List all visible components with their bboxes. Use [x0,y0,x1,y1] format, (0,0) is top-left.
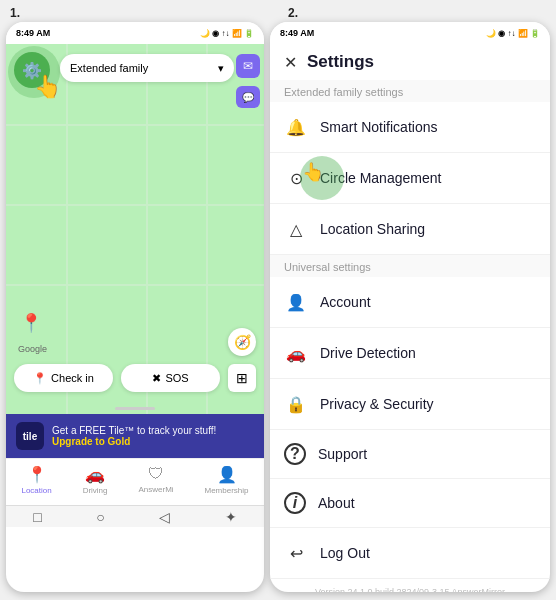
compass-button[interactable]: 🧭 [228,328,256,356]
sys-circle-1[interactable]: ○ [96,509,104,525]
privacy-security-label: Privacy & Security [320,396,536,412]
sos-icon: ✖ [152,372,161,385]
logout-label: Log Out [320,545,536,561]
membership-icon: 👤 [217,465,237,484]
map-area: ⚙️ Extended family ▾ ✉ 💬 👆 📍 Google 🧭 [6,44,264,414]
driving-icon: 🚗 [85,465,105,484]
time-1: 8:49 AM [16,28,50,38]
dropdown-arrow: ▾ [218,62,224,75]
layers-button[interactable]: ⊞ [228,364,256,392]
account-icon: 👤 [284,290,308,314]
support-icon: ? [284,443,306,465]
promo-text: Get a FREE Tile™ to track your stuff! Up… [52,425,254,447]
drive-detection-icon: 🚗 [284,341,308,365]
family-label: Extended family [70,62,148,74]
bottom-nav: 📍 Location 🚗 Driving 🛡 AnswerMi 👤 Member… [6,458,264,505]
family-dropdown[interactable]: Extended family ▾ [60,54,234,82]
about-label: About [318,495,536,511]
answermirror-icon: 🛡 [148,465,164,483]
circle-management-label: Circle Management [320,170,536,186]
time-2: 8:49 AM [280,28,314,38]
location-sharing-item[interactable]: △ Location Sharing [270,204,550,255]
support-label: Support [318,446,536,462]
notification-icon: 🔔 [284,115,308,139]
step-label-2: 2. [288,6,546,20]
settings-header: ✕ Settings [270,44,550,80]
privacy-security-item[interactable]: 🔒 Privacy & Security [270,379,550,430]
sos-button[interactable]: ✖ SOS [121,364,220,392]
nav-driving[interactable]: 🚗 Driving [83,465,108,495]
step-label-1: 1. [10,6,288,20]
gear-button[interactable]: ⚙️ [14,52,50,88]
sys-extra-1[interactable]: ✦ [225,509,237,525]
about-item[interactable]: i About [270,479,550,528]
circle-management-item[interactable]: ⊙ Circle Management 👆 [270,153,550,204]
privacy-icon: 🔒 [284,392,308,416]
location-share-icon: △ [284,217,308,241]
account-label: Account [320,294,536,310]
google-label: Google [18,344,47,354]
sys-square-1[interactable]: □ [33,509,41,525]
nav-location-label: Location [21,486,51,495]
map-pin: 📍 [20,312,42,334]
settings-title: Settings [307,52,374,72]
promo-line2: Upgrade to Gold [52,436,254,447]
message-icon[interactable]: ✉ [236,54,260,78]
status-bar-1: 8:49 AM 🌙 ◉ ↑↓ 📶 🔋 [6,22,264,44]
support-item[interactable]: ? Support [270,430,550,479]
cursor-hand-2: 👆 [302,161,324,183]
checkin-label: Check in [51,372,94,384]
account-item[interactable]: 👤 Account [270,277,550,328]
checkin-icon: 📍 [33,372,47,385]
system-bar-1: □ ○ ◁ ✦ [6,505,264,527]
checkin-button[interactable]: 📍 Check in [14,364,113,392]
family-section-header: Extended family settings [270,80,550,102]
drive-detection-item[interactable]: 🚗 Drive Detection [270,328,550,379]
smart-notifications-label: Smart Notifications [320,119,536,135]
smart-notifications-item[interactable]: 🔔 Smart Notifications [270,102,550,153]
promo-banner: tile Get a FREE Tile™ to track your stuf… [6,414,264,458]
nav-answermirror[interactable]: 🛡 AnswerMi [138,465,173,495]
nav-membership-label: Membership [205,486,249,495]
universal-section-header: Universal settings [270,255,550,277]
promo-line1: Get a FREE Tile™ to track your stuff! [52,425,254,436]
status-bar-2: 8:49 AM 🌙 ◉ ↑↓ 📶 🔋 [270,22,550,44]
location-icon: 📍 [27,465,47,484]
status-icons-2: 🌙 ◉ ↑↓ 📶 🔋 [486,29,540,38]
status-icons-1: 🌙 ◉ ↑↓ 📶 🔋 [200,29,254,38]
sos-label: SOS [165,372,188,384]
tile-icon: tile [16,422,44,450]
screen1-phone: 8:49 AM 🌙 ◉ ↑↓ 📶 🔋 ⚙️ Extended family ▾ … [6,22,264,592]
version-text: Version 24.1.0 build 2824/09-3.15 Answer… [270,579,550,592]
nav-location[interactable]: 📍 Location [21,465,51,495]
location-sharing-label: Location Sharing [320,221,536,237]
action-bar: 📍 Check in ✖ SOS ⊞ [14,364,256,392]
screen2-phone: 8:49 AM 🌙 ◉ ↑↓ 📶 🔋 ✕ Settings Extended f… [270,22,550,592]
nav-answermirror-label: AnswerMi [138,485,173,494]
sys-back-1[interactable]: ◁ [159,509,170,525]
close-icon[interactable]: ✕ [284,53,297,72]
logout-item[interactable]: ↩ Log Out [270,528,550,579]
chat-icon[interactable]: 💬 [236,86,260,108]
nav-membership[interactable]: 👤 Membership [205,465,249,495]
nav-driving-label: Driving [83,486,108,495]
logout-icon: ↩ [284,541,308,565]
drive-detection-label: Drive Detection [320,345,536,361]
about-icon: i [284,492,306,514]
